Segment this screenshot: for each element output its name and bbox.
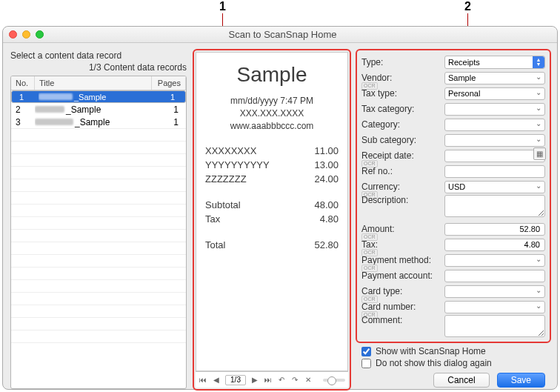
preview-toolbar: ⏮ ◀ ▶ ⏭ ↶ ↷ ✕ bbox=[196, 371, 348, 388]
callout-1: 1 bbox=[219, 0, 226, 13]
cell-pages: 1 bbox=[148, 93, 182, 102]
titlebar: Scan to ScanSnap Home bbox=[3, 27, 557, 43]
maximize-icon[interactable] bbox=[36, 30, 44, 39]
taxtype-field[interactable] bbox=[444, 87, 545, 100]
prev-page-icon[interactable]: ◀ bbox=[212, 376, 221, 385]
callout-2: 2 bbox=[464, 0, 471, 13]
cardtype-field[interactable] bbox=[444, 285, 545, 298]
cell-title: _Sample bbox=[35, 104, 152, 115]
comment-field[interactable] bbox=[444, 315, 545, 337]
recdate-label: Receipt date: bbox=[361, 150, 444, 161]
vendor-field[interactable] bbox=[444, 72, 545, 84]
table-header: No. Title Pages bbox=[11, 76, 186, 90]
category-field[interactable] bbox=[444, 119, 545, 131]
rotate-left-icon[interactable]: ↶ bbox=[277, 376, 286, 385]
receipt-site: www.aaabbbccc.com bbox=[205, 121, 339, 131]
receipt-total: Total52.80 bbox=[205, 239, 339, 250]
paym-label: Payment method: bbox=[361, 255, 444, 265]
receipt-tax: Tax4.80 bbox=[205, 213, 339, 225]
delete-page-icon[interactable]: ✕ bbox=[304, 376, 313, 385]
subcat-label: Sub category: bbox=[361, 135, 444, 145]
metadata-panel: Type: Receipts ▲▼ Vendor:⌄ Tax type:⌄ Ta… bbox=[357, 50, 550, 389]
taxtype-label: Tax type: bbox=[361, 88, 444, 99]
receipt-line: ZZZZZZZ24.00 bbox=[205, 173, 339, 185]
checkbox-label: Do not show this dialog again bbox=[376, 358, 492, 368]
receipt-line: YYYYYYYYYY13.00 bbox=[205, 159, 339, 170]
table-row[interactable]: 2 _Sample 1 bbox=[11, 103, 186, 116]
save-button[interactable]: Save bbox=[497, 373, 545, 388]
col-pages[interactable]: Pages bbox=[152, 76, 186, 90]
callout-2-line bbox=[467, 13, 468, 27]
record-table: No. Title Pages 1 _Sample 1 2 _Sample 1 bbox=[10, 76, 187, 389]
rotate-right-icon[interactable]: ↷ bbox=[290, 376, 299, 385]
metadata-form: Type: Receipts ▲▼ Vendor:⌄ Tax type:⌄ Ta… bbox=[357, 50, 550, 342]
dialog-window: Scan to ScanSnap Home Select a content d… bbox=[2, 26, 558, 390]
category-label: Category: bbox=[361, 119, 444, 130]
amount-field[interactable] bbox=[444, 223, 545, 236]
tax-field[interactable] bbox=[444, 239, 545, 251]
table-row[interactable]: 3 _Sample 1 bbox=[11, 116, 186, 128]
cell-no: 3 bbox=[11, 117, 35, 127]
do-not-show-checkbox[interactable]: Do not show this dialog again bbox=[361, 358, 545, 368]
cancel-button[interactable]: Cancel bbox=[433, 373, 489, 388]
desc-field[interactable] bbox=[444, 195, 545, 217]
amount-label: Amount: bbox=[361, 224, 444, 234]
checkbox-icon[interactable] bbox=[361, 359, 371, 368]
currency-field[interactable] bbox=[444, 181, 545, 193]
paya-field[interactable] bbox=[444, 270, 545, 282]
close-icon[interactable] bbox=[9, 30, 17, 39]
receipt-preview[interactable]: Sample mm/dd/yyyy 7:47 PM XXX.XXX.XXXX w… bbox=[196, 52, 348, 371]
first-page-icon[interactable]: ⏮ bbox=[199, 376, 207, 385]
callout-1-line bbox=[222, 13, 223, 27]
cell-title: _Sample bbox=[35, 117, 152, 127]
paya-label: Payment account: bbox=[361, 270, 444, 281]
receipt-title: Sample bbox=[205, 63, 339, 87]
calendar-icon[interactable]: ▦ bbox=[533, 147, 546, 160]
currency-label: Currency: bbox=[361, 182, 444, 192]
receipt-content: Sample mm/dd/yyyy 7:47 PM XXX.XXX.XXXX w… bbox=[205, 63, 339, 371]
col-title[interactable]: Title bbox=[35, 76, 152, 90]
traffic-lights bbox=[9, 30, 44, 39]
dialog-footer: Show with ScanSnap Home Do not show this… bbox=[357, 342, 550, 392]
comment-label: Comment: bbox=[361, 315, 444, 325]
minimize-icon[interactable] bbox=[22, 30, 30, 39]
last-page-icon[interactable]: ⏭ bbox=[264, 376, 273, 385]
cell-no: 2 bbox=[11, 104, 35, 115]
cell-no: 1 bbox=[15, 93, 39, 102]
checkbox-icon[interactable] bbox=[361, 347, 371, 356]
updown-icon: ▲▼ bbox=[533, 56, 544, 68]
subcat-field[interactable] bbox=[444, 134, 545, 147]
col-no[interactable]: No. bbox=[11, 76, 35, 90]
tax-label: Tax: bbox=[361, 239, 444, 250]
desc-label: Description: bbox=[361, 195, 444, 205]
refno-field[interactable] bbox=[444, 165, 545, 178]
table-row[interactable]: 1 _Sample 1 bbox=[11, 90, 186, 103]
cardnum-label: Card number: bbox=[361, 302, 444, 312]
vendor-label: Vendor: bbox=[361, 73, 444, 83]
window-title: Scan to ScanSnap Home bbox=[44, 29, 521, 40]
receipt-line: XXXXXXXX11.00 bbox=[205, 145, 339, 156]
receipt-subtotal: Subtotal48.00 bbox=[205, 199, 339, 210]
record-list-panel: Select a content data record 1/3 Content… bbox=[10, 50, 187, 389]
recdate-field[interactable] bbox=[444, 150, 545, 162]
type-select[interactable]: Receipts ▲▼ bbox=[444, 56, 545, 69]
type-label: Type: bbox=[361, 57, 444, 67]
cell-pages: 1 bbox=[152, 104, 186, 115]
taxcat-field[interactable] bbox=[444, 103, 545, 116]
next-page-icon[interactable]: ▶ bbox=[250, 376, 259, 385]
refno-label: Ref no.: bbox=[361, 166, 444, 176]
record-counter: 1/3 Content data records bbox=[10, 62, 187, 73]
cell-pages: 1 bbox=[152, 117, 186, 127]
cardnum-field[interactable] bbox=[444, 301, 545, 313]
cell-title: _Sample bbox=[39, 93, 148, 102]
taxcat-label: Tax category: bbox=[361, 104, 444, 114]
receipt-phone: XXX.XXX.XXXX bbox=[205, 108, 339, 119]
page-input[interactable] bbox=[225, 375, 246, 385]
paym-field[interactable] bbox=[444, 254, 545, 267]
zoom-slider[interactable] bbox=[323, 379, 345, 382]
receipt-datetime: mm/dd/yyyy 7:47 PM bbox=[205, 96, 339, 106]
checkbox-label: Show with ScanSnap Home bbox=[376, 346, 486, 356]
show-with-home-checkbox[interactable]: Show with ScanSnap Home bbox=[361, 346, 545, 356]
record-list-heading: Select a content data record bbox=[10, 50, 187, 61]
preview-panel: Sample mm/dd/yyyy 7:47 PM XXX.XXX.XXXX w… bbox=[194, 50, 350, 389]
